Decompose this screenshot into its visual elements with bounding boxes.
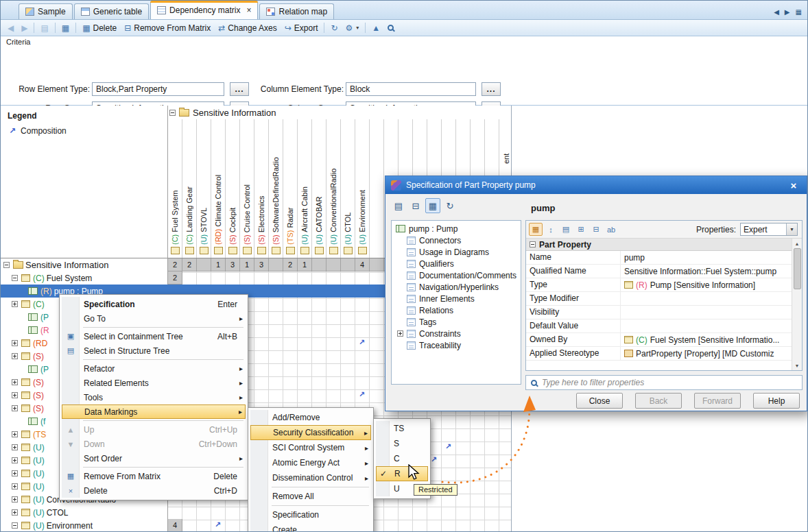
containment-icon[interactable]: ⊟ <box>408 198 423 213</box>
expander-icon[interactable] <box>12 470 18 476</box>
property-value[interactable]: PartProperty [Property] [MD Customiz <box>621 347 792 360</box>
property-group-header[interactable]: Part Property <box>526 239 792 251</box>
column-header-conventionalradio[interactable]: (U) ConventionalRadio <box>326 119 341 245</box>
collapse-expander-icon[interactable] <box>169 110 176 116</box>
toolbar-change-axes-button[interactable]: ⇄Change Axes <box>215 22 280 34</box>
property-value[interactable]: pump <box>621 251 792 264</box>
scroll-tabs-right-icon[interactable]: ▶ <box>785 8 790 16</box>
show-abbreviations-icon[interactable]: ab <box>604 223 618 236</box>
matrix-row-environment[interactable]: (U)Environment <box>1 519 168 532</box>
property-value[interactable]: (R)Pump [Sensitive Information] <box>621 278 792 291</box>
collapse-expander-icon[interactable] <box>3 262 10 268</box>
security-classification-item-s[interactable]: S <box>376 436 428 451</box>
properties-mode-select[interactable]: Expert▾ <box>740 223 798 236</box>
toolbar-remove-from-matrix-button[interactable]: ⊟Remove From Matrix <box>121 22 214 34</box>
column-header-cruise-control[interactable]: (S) Cruise Control <box>240 119 254 245</box>
context-menu-item-remove-from-matrix[interactable]: ▦Remove From MatrixDelete <box>62 469 246 483</box>
refresh-icon[interactable]: ↻ <box>442 198 458 213</box>
column-root-node[interactable]: Sensitive Information <box>169 108 276 118</box>
column-header-radar[interactable]: (TS) Radar <box>283 119 298 245</box>
column-header-landing-gear[interactable]: (C) Landing Gear <box>182 119 197 245</box>
collapse-all-icon[interactable]: ⊟ <box>589 223 603 236</box>
expander-icon[interactable] <box>12 340 18 346</box>
expander-icon[interactable] <box>397 330 403 337</box>
expander-icon[interactable] <box>12 353 18 359</box>
properties-scrollbar[interactable]: ▲ ▼ <box>792 239 802 370</box>
column-header-climate-control[interactable]: (RD) Climate Control <box>211 119 226 245</box>
context-menu-item-delete[interactable]: ×DeleteCtrl+D <box>62 483 246 498</box>
spec-tree-item-inner-elements[interactable]: Inner Elements <box>392 293 521 304</box>
matrix-row-fuel-system[interactable]: (C)Fuel System <box>1 271 168 285</box>
row-element-type-field[interactable]: Block,Part Property <box>92 82 224 96</box>
close-button[interactable]: Close <box>576 393 623 409</box>
help-button[interactable]: Help <box>753 393 800 409</box>
data-markings-item-remove-all[interactable]: Remove All <box>250 489 371 504</box>
spec-tree-root[interactable]: pump : Pump <box>392 223 521 234</box>
spec-tree-item-navigation-hyperlinks[interactable]: Navigation/Hyperlinks <box>392 281 521 293</box>
spec-tree-item-documentation-comments[interactable]: Documentation/Comments <box>392 269 521 281</box>
property-value[interactable] <box>621 292 792 305</box>
expander-icon[interactable] <box>12 483 18 489</box>
spec-tree-item-tags[interactable]: Tags <box>392 316 521 328</box>
property-value[interactable] <box>621 319 792 332</box>
toolbar-search-button[interactable] <box>384 23 397 32</box>
toolbar-delete-button[interactable]: ▦Delete <box>79 22 120 34</box>
group-expander-icon[interactable] <box>530 241 536 247</box>
data-markings-item-create[interactable]: Create <box>250 522 371 532</box>
history-icon[interactable]: ▤ <box>391 198 406 213</box>
property-value[interactable]: (C)Fuel System [Sensitive Informatio... <box>621 333 792 346</box>
context-menu-item-specification[interactable]: SpecificationEnter <box>62 297 246 311</box>
matrix-row-sensitive-information[interactable]: Sensitive Information <box>1 258 168 271</box>
tab-dependency-matrix[interactable]: Dependency matrix× <box>150 1 258 19</box>
tab-generic-table[interactable]: Generic table <box>74 3 149 19</box>
column-header-fuel-system[interactable]: (C) Fuel System <box>168 119 182 245</box>
data-markings-item-security-classification[interactable]: Security Classification▸ <box>250 425 371 440</box>
toolbar-settings-button[interactable]: ⚙▾ <box>342 23 363 34</box>
expander-icon[interactable] <box>12 496 18 503</box>
column-header-aircraft-cabin[interactable]: (U) Aircraft Cabin <box>298 119 312 245</box>
spec-tree-item-usage-in-diagrams[interactable]: Usage in Diagrams <box>392 246 521 258</box>
toolbar-collapse-criteria-button[interactable]: ▲ <box>368 23 383 34</box>
scrollbar-thumb[interactable] <box>794 248 801 289</box>
sort-alphabetically-icon[interactable]: ↕ <box>544 223 558 236</box>
tab-sample[interactable]: Sample <box>19 3 73 19</box>
spec-tree-item-traceability[interactable]: Traceability <box>392 339 521 351</box>
spec-tree-item-qualifiers[interactable]: Qualifiers <box>392 258 521 269</box>
context-menu-item-sort-order[interactable]: Sort Order▸ <box>62 451 246 466</box>
context-menu-item-related-elements[interactable]: Related Elements▸ <box>62 376 246 390</box>
expander-icon[interactable] <box>12 522 18 529</box>
context-menu-item-refactor[interactable]: Refactor▸ <box>62 361 246 376</box>
context-menu-item-select-in-structure-tree[interactable]: ▤Select in Structure Tree <box>62 343 246 358</box>
data-markings-item-specification[interactable]: Specification <box>250 507 371 522</box>
tab-relation-map[interactable]: Relation map <box>259 3 334 19</box>
scroll-up-icon[interactable]: ▲ <box>795 239 800 248</box>
scroll-down-icon[interactable]: ▼ <box>795 361 800 370</box>
window-list-icon[interactable]: ▦ <box>796 8 802 16</box>
data-markings-item-atomic-energy-act[interactable]: Atomic Energy Act▸ <box>250 455 371 470</box>
data-markings-item-add-remove[interactable]: Add/Remove <box>250 410 371 425</box>
dialog-titlebar[interactable]: Specification of Part Property pump × <box>385 176 807 194</box>
security-classification-item-ts[interactable]: TS <box>376 421 428 436</box>
column-header-softwaredefinedradio[interactable]: (S) SoftwareDefinedRadio <box>269 119 283 245</box>
expander-icon[interactable] <box>12 275 18 281</box>
show-documentation-icon[interactable]: ▤ <box>559 223 573 236</box>
column-header-catobar[interactable]: (U) CATOBAR <box>312 119 326 245</box>
expander-icon[interactable] <box>12 509 18 516</box>
context-menu-item-tools[interactable]: Tools▸ <box>62 390 246 404</box>
column-header-ctol[interactable]: (U) CTOL <box>341 119 355 245</box>
column-header-cockpit[interactable]: (S) Cockpit <box>226 119 240 245</box>
context-menu-item-go-to[interactable]: Go To▸ <box>62 311 246 326</box>
spec-tree-item-connectors[interactable]: Connectors <box>392 234 521 246</box>
property-value[interactable]: Sensitive Information::Fuel System::pump <box>621 265 792 278</box>
toolbar-export-button[interactable]: ↪Export <box>281 22 322 34</box>
expander-icon[interactable] <box>12 431 18 437</box>
expander-icon[interactable] <box>12 392 18 398</box>
column-element-type-field[interactable]: Block <box>346 82 476 96</box>
expander-icon[interactable] <box>12 301 18 307</box>
toolbar-refresh-button[interactable]: ↻ <box>327 23 341 34</box>
expander-icon[interactable] <box>12 405 18 411</box>
toolbar-edit-matrix-button[interactable]: ▦ <box>58 23 73 34</box>
categorized-view-icon[interactable]: ▦ <box>529 223 543 236</box>
scroll-tabs-left-icon[interactable]: ◀ <box>774 8 779 16</box>
expand-all-icon[interactable]: ⊞ <box>574 223 588 236</box>
